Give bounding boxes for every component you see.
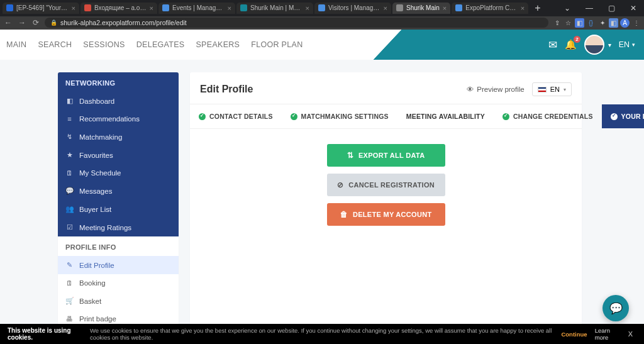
ext-icon[interactable]: ◧: [575, 18, 584, 28]
sidebar-item-ratings[interactable]: ☑Meeting Ratings: [58, 218, 179, 236]
delete-account-button[interactable]: 🗑DELETE MY ACCOUNT: [327, 203, 445, 226]
tab-meeting-availability[interactable]: MEETING AVAILABILITY: [397, 104, 494, 128]
sidebar-item-favourites[interactable]: ★Favourites: [58, 146, 179, 164]
list-icon: ≡: [65, 115, 74, 123]
calendar-icon: 🗓: [65, 279, 74, 287]
sidebar-item-schedule[interactable]: 🗓My Schedule: [58, 164, 179, 182]
ext-icon[interactable]: {}: [586, 18, 596, 28]
chat-icon: 💬: [609, 302, 623, 315]
window-minimize[interactable]: —: [578, 4, 601, 13]
window-close[interactable]: ✕: [623, 4, 644, 13]
cookie-learn-more-link[interactable]: Learn more: [595, 327, 622, 341]
check-icon: [291, 113, 297, 120]
browser-tab[interactable]: Входящие – a.ozernyuk@…×: [80, 3, 157, 14]
check-icon: [199, 113, 206, 120]
swap-icon: ⇅: [347, 151, 353, 160]
sidebar-item-buyer-list[interactable]: 👥Buyer List: [58, 200, 179, 218]
url-bar[interactable]: 🔒 shurik-alpha2.expoplatform.com/profile…: [45, 18, 548, 28]
profile-language-select[interactable]: EN ▾: [532, 82, 572, 96]
nav-speakers[interactable]: SPEAKERS: [196, 40, 240, 49]
profile-card: Edit Profile 👁 Preview profile EN ▾ CONT…: [190, 72, 582, 344]
sidebar-item-basket[interactable]: 🛒Basket: [58, 292, 179, 310]
sidebar-item-matchmaking[interactable]: ↯Matchmaking: [58, 128, 179, 146]
puzzle-icon[interactable]: ✦: [597, 18, 607, 28]
mail-icon[interactable]: ✉: [548, 38, 557, 52]
check-icon: ☑: [65, 223, 74, 231]
browser-tab[interactable]: Visitors | Management Sys…×: [314, 3, 391, 14]
tab-change-credentials[interactable]: CHANGE CREDENTIALS: [494, 104, 602, 128]
nav-back[interactable]: ←: [3, 18, 13, 27]
ext-icon[interactable]: ◧: [609, 18, 618, 28]
tab-close-icon[interactable]: ×: [521, 4, 525, 12]
new-tab-button[interactable]: +: [530, 3, 545, 14]
chevron-down-icon: ▾: [564, 87, 566, 92]
notif-badge: 2: [574, 36, 580, 43]
tabs-row: [EP-5469] "Your data" tab× Входящие – a.…: [0, 0, 644, 16]
sidebar-item-dashboard[interactable]: ◧Dashboard: [58, 92, 179, 110]
page-title: Edit Profile: [200, 84, 253, 95]
app-bar: MAIN SEARCH SESSIONS DELEGATES SPEAKERS …: [0, 30, 644, 60]
extensions: ⇪ ☆ ◧ {} ✦ ◧ A ⋮: [552, 18, 641, 28]
tab-close-icon[interactable]: ×: [150, 4, 153, 12]
export-all-data-button[interactable]: ⇅EXPORT ALL DATA: [327, 144, 445, 167]
browser-tab[interactable]: Shurik Main | Managemen…×: [236, 3, 313, 14]
chevron-down-icon: ▾: [608, 42, 611, 48]
tab-your-data[interactable]: YOUR DATA: [602, 104, 644, 128]
cookie-continue-link[interactable]: Continue: [561, 331, 587, 338]
tab-close-icon[interactable]: ×: [443, 4, 447, 12]
card-body: ⇅EXPORT ALL DATA ⊘CANCEL REGISTRATION 🗑D…: [190, 129, 582, 241]
chat-fab[interactable]: 💬: [602, 295, 629, 321]
cancel-icon: ⊘: [337, 180, 343, 189]
page-content: NETWORKING ◧Dashboard ≡Recommendations ↯…: [0, 60, 644, 344]
tab-matchmaking-settings[interactable]: MATCHMAKING SETTINGS: [282, 104, 397, 128]
cancel-registration-button[interactable]: ⊘CANCEL REGISTRATION: [327, 174, 445, 196]
nav-floorplan[interactable]: FLOOR PLAN: [251, 40, 303, 49]
nav-main[interactable]: MAIN: [6, 40, 26, 49]
people-icon: 👥: [65, 205, 74, 213]
chevron-down-icon[interactable]: ⌄: [557, 4, 578, 13]
sidebar-header-networking: NETWORKING: [58, 72, 179, 92]
sidebar-item-recommendations[interactable]: ≡Recommendations: [58, 110, 179, 128]
user-menu[interactable]: ▾: [584, 35, 611, 55]
browser-tab[interactable]: ExpoPlatform Community…×: [452, 3, 528, 14]
share-icon[interactable]: ⇪: [552, 18, 562, 28]
user-controls: ✉ 🔔2 ▾ EN ▾: [402, 30, 644, 60]
window-maximize[interactable]: ▢: [601, 4, 623, 13]
tab-close-icon[interactable]: ×: [72, 4, 75, 12]
notifications-button[interactable]: 🔔2: [565, 39, 577, 50]
avatar-icon[interactable]: A: [620, 18, 630, 28]
sidebar-item-messages[interactable]: 💬Messages: [58, 182, 179, 200]
cookie-close-button[interactable]: X: [625, 330, 636, 338]
sidebar-header-profile: PROFILE INFO: [58, 236, 179, 256]
preview-profile-link[interactable]: 👁 Preview profile: [467, 86, 524, 93]
browser-tab-active[interactable]: Shurik Main×: [392, 3, 450, 14]
browser-tab[interactable]: Events | Management Sys…×: [158, 3, 235, 14]
language-select[interactable]: EN ▾: [619, 40, 635, 49]
url-row: ← → ⟳ 🔒 shurik-alpha2.expoplatform.com/p…: [0, 16, 644, 30]
calendar-icon: 🗓: [65, 169, 74, 177]
card-header: Edit Profile 👁 Preview profile EN ▾: [190, 72, 582, 104]
nav-reload[interactable]: ⟳: [31, 18, 41, 27]
tab-contact-details[interactable]: CONTACT DETAILS: [190, 104, 282, 128]
cookie-message: We use cookies to ensure that we give yo…: [90, 327, 557, 341]
tab-close-icon[interactable]: ×: [384, 4, 387, 12]
nav-search[interactable]: SEARCH: [38, 40, 72, 49]
nav-forward[interactable]: →: [17, 18, 27, 27]
pencil-icon: ✎: [65, 261, 74, 269]
star-icon[interactable]: ☆: [564, 18, 573, 28]
menu-icon[interactable]: ⋮: [631, 18, 641, 28]
browser-tab[interactable]: [EP-5469] "Your data" tab×: [3, 3, 79, 14]
print-icon: 🖶: [65, 315, 74, 323]
cookie-title: This website is using cookies.: [8, 327, 87, 341]
tab-close-icon[interactable]: ×: [228, 4, 231, 12]
tab-close-icon[interactable]: ×: [306, 4, 309, 12]
main-nav: MAIN SEARCH SESSIONS DELEGATES SPEAKERS …: [0, 30, 402, 60]
url-text: shurik-alpha2.expoplatform.com/profile/e…: [60, 19, 187, 26]
sidebar-item-booking[interactable]: 🗓Booking: [58, 274, 179, 292]
profile-tab-bar: CONTACT DETAILS MATCHMAKING SETTINGS MEE…: [190, 104, 582, 129]
eye-icon: 👁: [467, 86, 474, 93]
check-icon: [502, 113, 509, 120]
nav-sessions[interactable]: SESSIONS: [83, 40, 125, 49]
sidebar-item-edit-profile[interactable]: ✎Edit Profile: [58, 256, 179, 274]
nav-delegates[interactable]: DELEGATES: [136, 40, 185, 49]
